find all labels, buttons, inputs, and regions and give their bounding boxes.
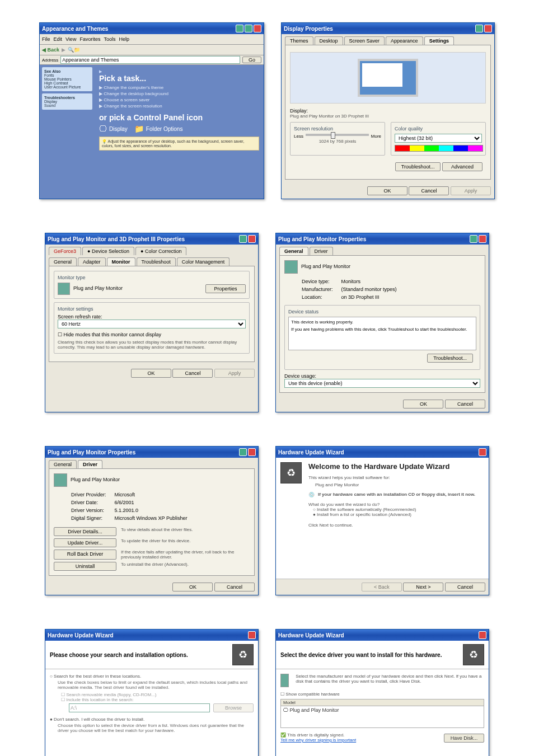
cancel-button[interactable]: Cancel <box>172 369 213 378</box>
task-link[interactable]: ▶ Change the screen resolution <box>99 104 259 109</box>
tab-themes[interactable]: Themes <box>285 36 313 45</box>
close-icon[interactable] <box>484 25 492 32</box>
help-icon[interactable] <box>239 235 247 243</box>
path-input[interactable] <box>69 703 210 712</box>
hide-modes-check[interactable]: Hide modes that this monitor cannot disp… <box>58 332 246 337</box>
task-link[interactable]: ▶ Choose a screen saver <box>99 97 259 102</box>
sidebar-item[interactable]: Display <box>44 100 90 104</box>
window-title: Plug and Play Monitor Properties <box>48 449 135 456</box>
opt-dont-search[interactable]: Don't search. I will choose the driver t… <box>50 717 254 722</box>
chk-location[interactable]: Include this location in the search: <box>61 697 254 702</box>
menu-item[interactable]: Edit <box>54 36 63 42</box>
version-value: 5.1.2001.0 <box>108 507 188 514</box>
tab-appearance[interactable]: Appearance <box>386 36 423 45</box>
cp-icon-folder[interactable]: 📁Folder Options <box>134 124 183 133</box>
cancel-button[interactable]: Cancel <box>214 583 255 591</box>
sidebar-item[interactable]: Mouse Pointers <box>44 77 90 81</box>
menu-item[interactable]: Favorites <box>79 36 100 42</box>
cp-icon-display[interactable]: 🖵Display <box>99 124 128 133</box>
window-title: Hardware Update Wizard <box>48 632 114 638</box>
close-icon[interactable] <box>479 631 486 639</box>
chk-removable[interactable]: Search removable media (floppy, CD-ROM..… <box>61 692 254 697</box>
tab-adapter[interactable]: Adapter <box>78 257 106 266</box>
uninstall-button[interactable]: Uninstall <box>54 562 116 571</box>
help-icon[interactable] <box>475 25 483 32</box>
properties-button[interactable]: Properties <box>205 284 246 293</box>
menu-item[interactable]: Tools <box>104 36 115 42</box>
tab-screensaver[interactable]: Screen Saver <box>344 36 385 45</box>
sidebar-item[interactable]: High Contrast <box>44 81 90 85</box>
sidebar-item[interactable]: Sound <box>44 104 90 107</box>
rollback-driver-button[interactable]: Roll Back Driver <box>54 550 116 560</box>
opt-auto[interactable]: Install the software automatically (Reco… <box>313 507 484 512</box>
ok-button[interactable]: OK <box>131 369 171 378</box>
show-compatible-check[interactable]: Show compatible hardware <box>280 692 484 697</box>
tab-monitor[interactable]: Monitor <box>107 257 135 266</box>
close-icon[interactable] <box>248 235 256 243</box>
update-driver-button[interactable]: Update Driver... <box>54 538 116 547</box>
opt-advanced[interactable]: Install from a list or specific location… <box>313 512 484 517</box>
devtype-label: Device type: <box>301 278 334 285</box>
usage-select[interactable]: Use this device (enable) <box>284 379 480 388</box>
advanced-button[interactable]: Advanced <box>442 162 483 171</box>
ok-button[interactable]: OK <box>367 186 407 195</box>
tab-desktop[interactable]: Desktop <box>315 36 343 45</box>
tab-driver[interactable]: Driver <box>310 247 333 255</box>
address-input[interactable] <box>60 56 240 64</box>
tab-color-mgmt[interactable]: Color Management <box>177 257 230 266</box>
troubleshoot-button[interactable]: Troubleshoot... <box>395 162 441 171</box>
cancel-button[interactable]: Cancel <box>445 583 485 591</box>
refresh-select[interactable]: 60 Hertz <box>58 320 246 328</box>
help-icon[interactable] <box>239 448 247 456</box>
go-button[interactable]: Go <box>242 57 261 63</box>
browse-button[interactable]: Browse <box>213 703 254 712</box>
menu-item[interactable]: File <box>42 36 50 42</box>
driver-list-item[interactable]: 🖵 Plug and Play Monitor <box>281 706 484 714</box>
folders-icon[interactable]: 📁 <box>74 47 80 53</box>
minimize-icon[interactable] <box>236 25 243 32</box>
apply-button[interactable]: Apply <box>451 186 491 195</box>
tab-general[interactable]: General <box>49 257 77 266</box>
resolution-slider[interactable] <box>306 134 369 136</box>
menu-item[interactable]: Help <box>119 36 129 42</box>
ok-button[interactable]: OK <box>403 400 443 408</box>
driver-details-button[interactable]: Driver Details... <box>54 527 116 536</box>
task-link[interactable]: ▶ Change the computer's theme <box>99 85 259 90</box>
troubleshoot-button[interactable]: Troubleshoot... <box>427 354 473 363</box>
sidebar-item[interactable]: User Account Picture <box>44 85 90 89</box>
cancel-button[interactable]: Cancel <box>445 400 485 408</box>
forward-button[interactable]: ▶ <box>62 47 65 53</box>
search-icon[interactable]: 🔍 <box>68 47 74 53</box>
apply-button[interactable]: Apply <box>214 369 255 378</box>
slider-more: More <box>371 134 381 139</box>
color-select[interactable]: Highest (32 bit) <box>395 134 482 143</box>
cancel-button[interactable]: Cancel <box>409 186 449 195</box>
tab-color-correction[interactable]: ● Color Correction <box>135 247 186 255</box>
close-icon[interactable] <box>254 25 261 32</box>
tab-troubleshoot[interactable]: Troubleshoot <box>137 257 176 266</box>
tab-driver[interactable]: Driver <box>78 460 102 468</box>
back-button[interactable]: < Back <box>362 583 402 591</box>
next-button[interactable]: Next > <box>403 583 443 591</box>
menu-item[interactable]: View <box>65 36 76 42</box>
back-button[interactable]: ◀ Back <box>42 47 59 53</box>
opt-search[interactable]: Search for the best driver in these loca… <box>50 674 254 679</box>
troubleshooters-box: Troubleshooters Display Sound <box>42 93 92 110</box>
ok-button[interactable]: OK <box>172 583 213 591</box>
signing-link[interactable]: Tell me why driver signing is important <box>280 738 356 743</box>
pick-task-heading: Pick a task... <box>99 74 259 83</box>
close-icon[interactable] <box>248 631 256 639</box>
close-icon[interactable] <box>248 448 256 456</box>
task-link[interactable]: ▶ Change the desktop background <box>99 91 259 96</box>
sidebar-item[interactable]: Fonts <box>44 73 90 77</box>
close-icon[interactable] <box>479 235 486 243</box>
tab-general[interactable]: General <box>49 460 77 468</box>
tab-geforce[interactable]: GeForce3 <box>49 247 81 255</box>
maximize-icon[interactable] <box>245 25 252 32</box>
tab-device-selection[interactable]: ● Device Selection <box>82 247 134 255</box>
have-disk-button[interactable]: Have Disk... <box>444 734 484 743</box>
close-icon[interactable] <box>479 448 486 456</box>
tab-general[interactable]: General <box>279 247 308 255</box>
help-icon[interactable] <box>470 235 477 243</box>
tab-settings[interactable]: Settings <box>424 36 455 45</box>
